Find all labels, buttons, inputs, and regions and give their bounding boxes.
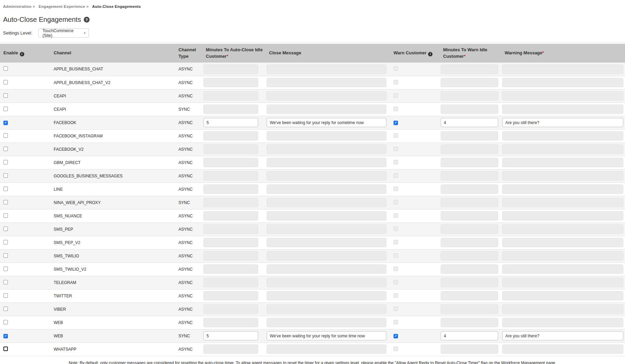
channel-cell: LINE (50, 183, 175, 196)
minutes-to-auto-close-input[interactable] (203, 118, 258, 127)
minutes-to-auto-close-input (203, 211, 258, 220)
enable-checkbox[interactable]: ✓ (3, 334, 8, 338)
minutes-to-auto-close-cell (202, 116, 266, 129)
enable-checkbox[interactable]: ✓ (3, 200, 8, 204)
warn-customer-checkbox[interactable]: ✓ (394, 334, 398, 338)
warning-message-cell (501, 316, 625, 329)
warn-customer-checkbox: ✓ (394, 147, 398, 151)
enable-checkbox[interactable]: ✓ (3, 173, 8, 178)
warning-message-cell (501, 63, 625, 76)
warning-message-input (502, 211, 623, 220)
close-message-input[interactable] (267, 331, 386, 340)
warn-customer-cell: ✓ (390, 156, 440, 169)
enable-checkbox[interactable]: ✓ (3, 280, 8, 284)
warn-customer-cell: ✓ (390, 289, 440, 302)
enable-checkbox[interactable]: ✓ (3, 107, 8, 111)
warn-customer-cell: ✓ (390, 89, 440, 103)
enable-checkbox[interactable]: ✓ (3, 187, 8, 191)
enable-checkbox[interactable]: ✓ (3, 93, 8, 98)
table-row: ✓ NINA_WEB_API_PROXY SYNC ✓ (0, 196, 625, 209)
column-header-close-message: Close Message (266, 44, 390, 63)
close-message-input[interactable] (267, 118, 386, 127)
minutes-to-auto-close-cell (202, 169, 266, 183)
minutes-to-auto-close-input (203, 185, 258, 194)
enable-cell: ✓ (0, 196, 50, 209)
enable-checkbox[interactable]: ✓ (3, 227, 8, 231)
warning-message-input (502, 291, 623, 300)
channel-type-cell: ASYNC (175, 276, 202, 289)
channel-name: TWITTER (54, 294, 72, 298)
table-row: ✓ FACEBOOK_INSTAGRAM ASYNC ✓ (0, 129, 625, 143)
channel-type-cell: ASYNC (175, 63, 202, 76)
channel-type: ASYNC (178, 347, 192, 352)
minutes-to-auto-close-input (203, 265, 258, 274)
enable-checkbox[interactable]: ✓ (3, 267, 8, 271)
warn-customer-checkbox: ✓ (394, 66, 398, 71)
warn-customer-checkbox[interactable]: ✓ (394, 121, 398, 125)
close-message-cell (266, 209, 390, 223)
minutes-to-warn-input (441, 131, 498, 140)
minutes-to-warn-cell (440, 236, 501, 249)
minutes-to-warn-input[interactable] (441, 118, 498, 127)
help-icon[interactable]: ? (84, 17, 90, 23)
warning-message-cell (501, 89, 625, 103)
enable-checkbox[interactable]: ✓ (3, 66, 8, 71)
enable-checkbox[interactable]: ✓ (3, 80, 8, 84)
breadcrumb-administration[interactable]: Administration > (3, 4, 35, 9)
minutes-to-warn-input (441, 318, 498, 327)
enable-checkbox[interactable]: ✓ (3, 307, 8, 311)
minutes-to-warn-cell (440, 342, 501, 356)
channel-type: ASYNC (178, 147, 192, 152)
table-row: ✓ FACEBOOK_V2 ASYNC ✓ (0, 143, 625, 156)
channel-cell: SMS_PEP (50, 223, 175, 236)
enable-checkbox[interactable]: ✓ (3, 160, 8, 164)
minutes-to-auto-close-input (203, 78, 258, 87)
enable-checkbox[interactable]: ✓ (3, 320, 8, 324)
enable-checkbox[interactable]: ✓ (3, 347, 8, 351)
table-row: ✓ TWITTER ASYNC ✓ (0, 289, 625, 302)
close-message-cell (266, 63, 390, 76)
channel-type: SYNC (178, 200, 190, 205)
channel-cell: APPLE_BUSINESS_CHAT (50, 63, 175, 76)
warn-customer-checkbox: ✓ (394, 320, 398, 324)
check-icon: ✓ (4, 121, 7, 124)
enable-checkbox[interactable]: ✓ (3, 213, 8, 218)
warn-customer-cell: ✓ (390, 116, 440, 129)
enable-checkbox[interactable]: ✓ (3, 293, 8, 298)
warning-message-cell (501, 262, 625, 276)
settings-level-select[interactable]: TouchCommerce (Site) ▾ (38, 28, 89, 38)
warning-message-cell (501, 196, 625, 209)
breadcrumb-engagement-experience[interactable]: Engagement Experience > (39, 4, 89, 9)
minutes-to-auto-close-cell (202, 262, 266, 276)
info-icon: i (428, 52, 433, 56)
enable-checkbox[interactable]: ✓ (3, 147, 8, 151)
minutes-to-auto-close-input[interactable] (203, 331, 258, 340)
warning-message-input (502, 265, 623, 274)
close-message-cell (266, 143, 390, 156)
enable-checkbox[interactable]: ✓ (3, 133, 8, 138)
channel-name: WEB (54, 334, 63, 338)
channel-type: ASYNC (178, 174, 192, 178)
table-row: ✓ VIBER ASYNC ✓ (0, 302, 625, 316)
minutes-to-warn-cell (440, 116, 501, 129)
minutes-to-auto-close-input (203, 251, 258, 260)
close-message-cell (266, 342, 390, 356)
enable-checkbox[interactable]: ✓ (3, 253, 8, 258)
channel-type: ASYNC (178, 120, 192, 125)
minutes-to-warn-input (441, 171, 498, 180)
warn-customer-cell: ✓ (390, 103, 440, 116)
table-row: ✓ TELEGRAM ASYNC ✓ (0, 276, 625, 289)
page-title: Auto-Close Engagements (3, 16, 81, 24)
warn-customer-cell: ✓ (390, 342, 440, 356)
warning-message-input[interactable] (502, 118, 623, 127)
channel-name: APPLE_BUSINESS_CHAT (54, 67, 103, 71)
channel-type: ASYNC (178, 187, 192, 192)
minutes-to-warn-input[interactable] (441, 331, 498, 340)
channel-cell: CEAPI (50, 89, 175, 103)
enable-checkbox[interactable]: ✓ (3, 240, 8, 244)
channel-type-cell: ASYNC (175, 316, 202, 329)
close-message-cell (266, 236, 390, 249)
warning-message-input[interactable] (502, 331, 623, 340)
enable-checkbox[interactable]: ✓ (3, 121, 8, 125)
channel-type: ASYNC (178, 227, 192, 232)
